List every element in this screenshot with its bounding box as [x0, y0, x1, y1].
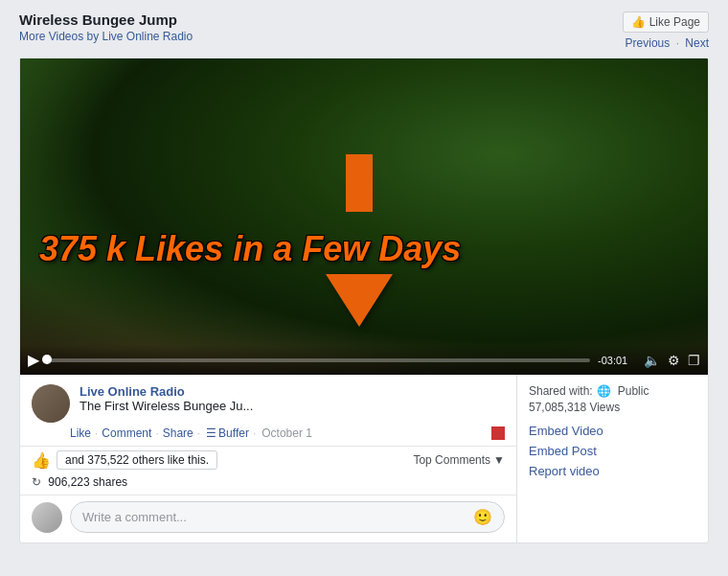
main-content-card: 375 k Likes in a Few Days ▶ -03:01 🔈 ⚙ ❐ [19, 58, 709, 543]
arrow-shaft [346, 154, 373, 212]
prev-next-nav: Previous · Next [626, 36, 709, 50]
sep4: · [253, 426, 256, 440]
share-action[interactable]: Share [163, 426, 193, 440]
shares-count: 906,223 shares [48, 475, 127, 489]
arrow-overlay [326, 265, 393, 327]
next-link[interactable]: Next [685, 36, 709, 50]
comment-placeholder: Write a comment... [82, 510, 187, 524]
views-count: 57,085,318 Views [529, 401, 696, 414]
sep2: · [155, 426, 158, 440]
sep3: · [197, 426, 200, 440]
embed-video-link[interactable]: Embed Video [529, 424, 696, 438]
globe-icon: 🌐 [597, 384, 611, 398]
comment-action[interactable]: Comment [102, 426, 151, 440]
post-date: October 1 [262, 426, 312, 440]
likes-text-box: and 375,522 others like this. [57, 450, 217, 470]
play-button[interactable]: ▶ [28, 351, 39, 369]
like-action[interactable]: Like [70, 426, 91, 440]
likes-left: 👍 and 375,522 others like this. [32, 450, 217, 470]
red-square-indicator [491, 426, 505, 440]
buffer-action[interactable]: Buffer [218, 426, 249, 440]
progress-knob [42, 355, 52, 364]
left-panel: Live Online Radio The First Wireless Bun… [20, 375, 516, 542]
top-comments-label: Top Comments [413, 453, 490, 467]
subtitle-link[interactable]: More Videos by Live Online Radio [19, 30, 193, 43]
shared-value: Public [618, 384, 649, 398]
page-title: Wireless Bungee Jump [19, 12, 193, 28]
avatar-image [32, 384, 70, 423]
likes-text: and 375,522 others like this. [65, 453, 209, 467]
report-video-link[interactable]: Report video [529, 464, 696, 478]
like-page-button[interactable]: 👍 Like Page [623, 12, 709, 33]
like-page-label: Like Page [649, 15, 700, 29]
comment-input-wrap[interactable]: Write a comment... 🙂 [70, 501, 505, 533]
avatar [32, 384, 70, 423]
share-icon: ↻ [32, 475, 41, 489]
smiley-icon[interactable]: 🙂 [473, 508, 492, 526]
poster-name[interactable]: Live Online Radio [80, 384, 505, 399]
commenter-avatar [32, 502, 62, 533]
volume-icon[interactable]: 🔈 [644, 353, 660, 368]
previous-link[interactable]: Previous [626, 36, 671, 50]
post-meta: Live Online Radio The First Wireless Bun… [20, 375, 516, 423]
video-container[interactable]: 375 k Likes in a Few Days ▶ -03:01 🔈 ⚙ ❐ [20, 58, 708, 375]
shares-row: ↻ 906,223 shares [20, 473, 516, 495]
settings-icon[interactable]: ⚙ [668, 353, 680, 368]
thumbs-up-icon: 👍 [631, 15, 646, 29]
like-thumb-icon: 👍 [32, 451, 51, 470]
video-background [20, 58, 708, 375]
progress-bar[interactable] [47, 358, 590, 362]
shared-with: Shared with: 🌐 Public [529, 384, 696, 398]
fullscreen-icon[interactable]: ❐ [688, 353, 700, 368]
shared-label: Shared with: [529, 384, 593, 398]
top-comments-dropdown[interactable]: Top Comments ▼ [413, 453, 505, 467]
post-description: The First Wireless Bungee Ju... [80, 399, 505, 413]
buffer-icon: ☰ [206, 426, 216, 440]
right-panel: Shared with: 🌐 Public 57,085,318 Views E… [516, 375, 708, 542]
arrow-head [326, 274, 393, 327]
sep1: · [95, 426, 98, 440]
time-display: -03:01 [598, 355, 636, 366]
comment-row: Write a comment... 🙂 [20, 495, 516, 542]
likes-row: 👍 and 375,522 others like this. Top Comm… [20, 446, 516, 473]
chevron-down-icon: ▼ [493, 453, 505, 467]
post-content-layout: Live Online Radio The First Wireless Bun… [20, 375, 708, 542]
video-controls: ▶ -03:01 🔈 ⚙ ❐ [20, 345, 708, 375]
separator: · [676, 36, 679, 50]
action-bar: Like · Comment · Share · ☰ Buffer · Octo… [20, 423, 516, 446]
post-info: Live Online Radio The First Wireless Bun… [80, 384, 505, 423]
embed-post-link[interactable]: Embed Post [529, 444, 696, 458]
video-overlay-text: 375 k Likes in a Few Days [39, 229, 461, 269]
